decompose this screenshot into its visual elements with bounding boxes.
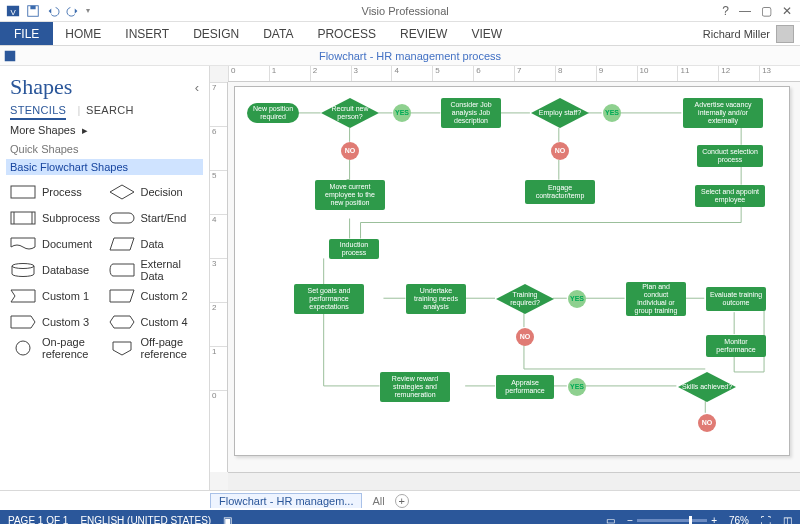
- shape-custom-1[interactable]: Custom 1: [10, 285, 101, 307]
- svg-marker-18: [113, 342, 131, 355]
- user-name: Richard Miller: [703, 28, 770, 40]
- shape-offpage-ref[interactable]: Off-page reference: [109, 337, 200, 359]
- active-stencil[interactable]: Basic Flowchart Shapes: [6, 159, 203, 175]
- node-start[interactable]: New position required: [247, 103, 299, 123]
- shape-subprocess[interactable]: Subprocess: [10, 207, 101, 229]
- presentation-mode-icon[interactable]: ▭: [606, 515, 615, 525]
- qat-dropdown-icon[interactable]: ▾: [86, 6, 90, 15]
- shape-list: Process Decision Subprocess Start/End Do…: [10, 181, 199, 359]
- shape-database[interactable]: Database: [10, 259, 101, 281]
- macro-record-icon[interactable]: ▣: [223, 515, 232, 525]
- horizontal-scrollbar[interactable]: [228, 472, 800, 490]
- yes-marker: YES: [603, 104, 621, 122]
- quick-shapes[interactable]: Quick Shapes: [10, 143, 199, 155]
- ribbon: FILE HOME INSERT DESIGN DATA PROCESS REV…: [0, 22, 800, 46]
- node-select-appoint[interactable]: Select and appoint employee: [695, 185, 765, 207]
- switch-window-icon[interactable]: ◫: [783, 515, 792, 525]
- node-set-goals[interactable]: Set goals and performance expectations: [294, 284, 364, 314]
- all-tab[interactable]: All: [372, 495, 384, 507]
- quick-access-toolbar: V ▾: [0, 4, 96, 18]
- node-plan-training[interactable]: Plan and conduct individual or group tra…: [626, 282, 686, 316]
- node-appraise[interactable]: Appraise performance: [496, 375, 554, 399]
- shape-decision[interactable]: Decision: [109, 181, 200, 203]
- yes-marker: YES: [568, 290, 586, 308]
- shapes-pane-title: Shapes: [10, 74, 72, 100]
- help-icon[interactable]: ?: [722, 4, 729, 18]
- pane-tab-search[interactable]: SEARCH: [86, 104, 134, 116]
- yes-marker: YES: [568, 378, 586, 396]
- tab-view[interactable]: VIEW: [459, 22, 514, 45]
- window-title: Visio Professional: [96, 5, 714, 17]
- collapse-pane-icon[interactable]: ‹: [195, 80, 199, 95]
- node-monitor[interactable]: Monitor performance: [706, 335, 766, 357]
- node-engage[interactable]: Engage contractor/temp: [525, 180, 595, 204]
- shape-process[interactable]: Process: [10, 181, 101, 203]
- tab-home[interactable]: HOME: [53, 22, 113, 45]
- minimize-icon[interactable]: —: [739, 4, 751, 18]
- shape-start-end[interactable]: Start/End: [109, 207, 200, 229]
- no-marker: NO: [516, 328, 534, 346]
- close-icon[interactable]: ✕: [782, 4, 792, 18]
- document-subbar: Flowchart - HR management process: [0, 46, 800, 66]
- shape-onpage-ref[interactable]: On-page reference: [10, 337, 101, 359]
- avatar: [776, 25, 794, 43]
- svg-rect-7: [11, 212, 35, 224]
- fit-page-icon[interactable]: ⛶: [761, 515, 771, 525]
- svg-rect-10: [110, 213, 134, 223]
- shape-custom-4[interactable]: Custom 4: [109, 311, 200, 333]
- tab-process[interactable]: PROCESS: [305, 22, 388, 45]
- sheet-tab-strip: Flowchart - HR managem... All +: [0, 490, 800, 510]
- add-sheet-button[interactable]: +: [395, 494, 409, 508]
- document-name: Flowchart - HR management process: [20, 50, 800, 62]
- tab-design[interactable]: DESIGN: [181, 22, 251, 45]
- node-training-needs[interactable]: Undertake training needs analysis: [406, 284, 466, 314]
- node-review-reward[interactable]: Review reward strategies and remuneratio…: [380, 372, 450, 402]
- svg-text:V: V: [10, 7, 16, 16]
- file-tab[interactable]: FILE: [0, 22, 53, 45]
- svg-rect-4: [5, 50, 16, 61]
- node-selection[interactable]: Conduct selection process: [697, 145, 763, 167]
- sheet-tab[interactable]: Flowchart - HR managem...: [210, 493, 362, 508]
- vertical-ruler: 76543210: [210, 82, 228, 472]
- shapes-pane: Shapes ‹ STENCILS | SEARCH More Shapes ▸…: [0, 66, 210, 490]
- shape-custom-2[interactable]: Custom 2: [109, 285, 200, 307]
- zoom-level[interactable]: 76%: [729, 515, 749, 525]
- node-move-emp[interactable]: Move current employee to the new positio…: [315, 180, 385, 210]
- pane-tab-stencils[interactable]: STENCILS: [10, 104, 66, 120]
- shape-external-data[interactable]: External Data: [109, 259, 200, 281]
- status-bar: PAGE 1 OF 1 ENGLISH (UNITED STATES) ▣ ▭ …: [0, 510, 800, 524]
- shape-document[interactable]: Document: [10, 233, 101, 255]
- shape-data[interactable]: Data: [109, 233, 200, 255]
- drawing-page[interactable]: New position required Recruit new person…: [234, 86, 790, 456]
- node-induction[interactable]: Induction process: [329, 239, 379, 259]
- svg-rect-5: [11, 186, 35, 198]
- tab-insert[interactable]: INSERT: [113, 22, 181, 45]
- zoom-in-icon[interactable]: +: [711, 515, 717, 525]
- redo-icon[interactable]: [66, 4, 80, 18]
- save-icon[interactable]: [26, 4, 40, 18]
- node-advertise[interactable]: Advertise vacancy internally and/or exte…: [683, 98, 763, 128]
- svg-point-17: [16, 341, 30, 355]
- drawing-canvas[interactable]: New position required Recruit new person…: [228, 82, 800, 472]
- maximize-icon[interactable]: ▢: [761, 4, 772, 18]
- svg-marker-14: [110, 290, 134, 302]
- svg-point-12: [12, 264, 34, 269]
- zoom-out-icon[interactable]: −: [627, 515, 633, 525]
- tab-data[interactable]: DATA: [251, 22, 305, 45]
- svg-marker-16: [110, 316, 134, 328]
- signed-in-user[interactable]: Richard Miller: [703, 22, 800, 45]
- language-indicator[interactable]: ENGLISH (UNITED STATES): [80, 515, 211, 525]
- no-marker: NO: [698, 414, 716, 432]
- shape-custom-3[interactable]: Custom 3: [10, 311, 101, 333]
- no-marker: NO: [341, 142, 359, 160]
- svg-marker-13: [11, 290, 35, 302]
- zoom-slider[interactable]: − +: [627, 515, 717, 525]
- tab-review[interactable]: REVIEW: [388, 22, 459, 45]
- node-consider[interactable]: Consider Job analysis Job description: [441, 98, 501, 128]
- more-shapes[interactable]: More Shapes ▸: [10, 124, 199, 137]
- horizontal-ruler: 012345678910111213: [228, 66, 800, 82]
- page-indicator[interactable]: PAGE 1 OF 1: [8, 515, 68, 525]
- node-eval-training[interactable]: Evaluate training outcome: [706, 287, 766, 311]
- title-bar: V ▾ Visio Professional ? — ▢ ✕: [0, 0, 800, 22]
- undo-icon[interactable]: [46, 4, 60, 18]
